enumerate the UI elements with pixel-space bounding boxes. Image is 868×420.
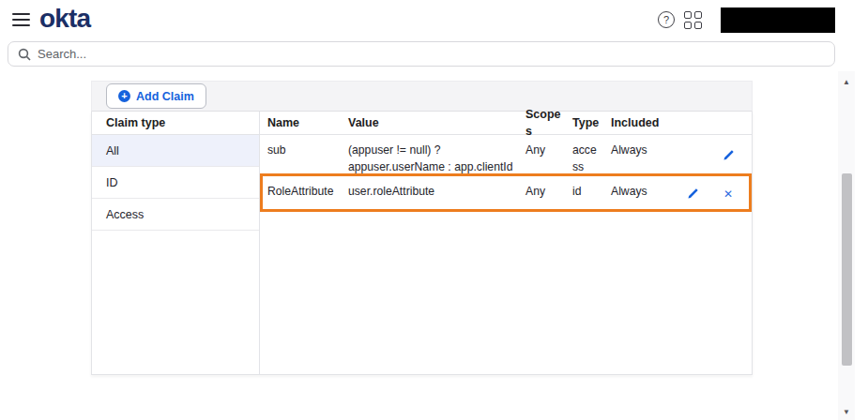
plus-circle-icon: + xyxy=(118,90,130,102)
edit-claim-icon[interactable] xyxy=(722,149,735,162)
claim-type-access[interactable]: Access xyxy=(92,199,259,231)
okta-logo: okta xyxy=(39,4,90,34)
apps-grid-icon[interactable] xyxy=(684,11,702,29)
claim-type: access xyxy=(565,135,603,175)
claims-toolbar: + Add Claim xyxy=(91,81,753,112)
claims-list-pane: Name Value Scopes Type Included sub (app… xyxy=(260,112,752,374)
scroll-down-icon[interactable]: ▼ xyxy=(838,405,855,418)
add-claim-label: Add Claim xyxy=(136,90,194,103)
claim-type-pane: Claim type All ID Access xyxy=(92,112,260,374)
vertical-scrollbar[interactable]: ▲ ▼ xyxy=(838,71,855,420)
redacted-account-info xyxy=(721,8,835,33)
claim-value: (appuser != null) ? appuser.userName : a… xyxy=(341,135,518,175)
top-bar: okta ? xyxy=(0,0,868,39)
col-header-name: Name xyxy=(260,114,341,131)
claim-name: sub xyxy=(260,135,341,159)
claims-table-header: Name Value Scopes Type Included xyxy=(260,112,752,135)
col-header-type: Type xyxy=(565,114,603,131)
claims-section: + Add Claim Claim type All ID Access Nam… xyxy=(91,81,753,375)
add-claim-button[interactable]: + Add Claim xyxy=(106,83,206,109)
claim-type: id xyxy=(565,176,603,201)
claim-name: RoleAttribute xyxy=(260,176,341,201)
claim-type-header: Claim type xyxy=(92,112,259,135)
search-icon xyxy=(18,48,31,61)
claim-type-id[interactable]: ID xyxy=(92,167,259,199)
global-search[interactable] xyxy=(8,41,835,67)
menu-icon[interactable] xyxy=(12,13,30,26)
claim-type-all[interactable]: All xyxy=(92,135,259,167)
claim-scopes: Any xyxy=(518,135,565,159)
col-header-value: Value xyxy=(341,114,518,131)
claims-table: Claim type All ID Access Name Value Scop… xyxy=(91,112,753,375)
scrollbar-thumb[interactable] xyxy=(842,173,852,366)
scroll-up-icon[interactable]: ▲ xyxy=(838,75,855,88)
table-row-sub: sub (appuser != null) ? appuser.userName… xyxy=(260,135,752,176)
row-actions xyxy=(677,135,752,175)
claim-value: user.roleAttribute xyxy=(341,176,518,201)
okta-admin-screen: okta ? + Add Claim Claim type All ID Acc… xyxy=(0,0,868,420)
claim-included: Always xyxy=(603,176,677,201)
table-row-roleattribute: RoleAttribute user.roleAttribute Any id … xyxy=(260,176,752,212)
claim-scopes: Any xyxy=(518,176,565,201)
delete-claim-icon[interactable]: ✕ xyxy=(722,188,735,201)
row-actions: ✕ xyxy=(677,176,752,211)
claim-included: Always xyxy=(603,135,677,159)
edit-claim-icon[interactable] xyxy=(686,188,699,201)
help-icon[interactable]: ? xyxy=(658,11,675,28)
col-header-included: Included xyxy=(603,114,677,131)
search-input[interactable] xyxy=(38,47,825,61)
